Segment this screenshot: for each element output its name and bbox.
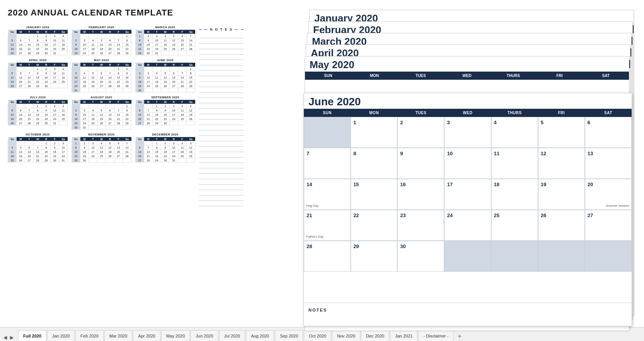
tab-dec-2020[interactable]: Dec 2020 [361,330,389,341]
june-day-6: 6 [585,117,632,148]
left-panel: 2020 ANNUAL CALENDAR TEMPLATE JANUARY 20… [0,0,263,327]
june-day-5: 5 [538,117,585,148]
june-day-12: 12 [538,148,585,179]
mini-cal-march2020: MARCH 2020SuMTWRFSa123456789101112131415… [135,26,195,55]
notes-section: — N O T E S — [199,27,244,206]
june-day-16: 16 [397,179,444,210]
june-day-29: 29 [351,241,397,272]
fathers-day-event: Father's Day [306,235,324,238]
june-day-27: 27 [585,210,632,241]
mini-cal-december2020: DECEMBER 2020SuMTWRFSa123456789101112131… [135,133,195,163]
tab---disclaimer--[interactable]: - Disclaimer - [418,330,453,341]
june-body: 1 2 3 4 5 6 7 8 9 10 11 12 13 14Flag Day [304,117,632,303]
mini-cal-october2020: OCTOBER 2020SuMTWRFSa1234567891011121314… [8,133,68,163]
tab-jul-2020[interactable]: Jul 2020 [219,330,245,341]
june-day-13: 13 [585,148,632,179]
tab-prev-arrow[interactable]: ◀ [2,334,9,341]
june-day-9: 9 [397,148,444,179]
june-day-21: 21Father's Day [304,210,351,241]
tab-apr-2020[interactable]: Apr 2020 [133,330,160,341]
tab-mar-2020[interactable]: Mar 2020 [104,330,132,341]
summer-solstice-event: Summer Solstice [606,204,629,207]
june-day-30: 30 [397,241,444,272]
june-day-11: 11 [491,148,538,179]
june-header: SUN MON TUES WED THURS FRI SAT [304,109,632,117]
tab-next-arrow[interactable]: ▶ [9,334,15,341]
flag-day-event: Flag Day [306,204,319,207]
mini-cal-september2020: SEPTEMBER 2020SuMTWRFSa12345678910111213… [135,96,195,130]
june-day-empty-3 [491,241,538,272]
tab-oct-2020[interactable]: Oct 2020 [304,330,331,341]
june-notes-label: NOTES [308,308,327,312]
tab-nov-2020[interactable]: Nov 2020 [332,330,360,341]
june-day-22: 22 [351,210,397,241]
mini-cal-may2020: MAY 2020SuMTWRFSa12345678910111213141516… [72,58,131,93]
june-day-empty-2 [444,241,491,272]
june-day-15: 15 [351,179,397,210]
tab-sep-2020[interactable]: Sep 2020 [275,330,303,341]
tab-jan-2021[interactable]: Jan 2021 [390,330,417,341]
june-day-24: 24 [444,210,491,241]
june-day-28: 28 [304,241,351,272]
june-day-10: 10 [444,148,491,179]
tab-jan-2020[interactable]: Jan 2020 [47,330,75,341]
june-day-25: 25 [491,210,538,241]
june-day-26: 26 [538,210,585,241]
june-day-14: 14Flag Day [304,179,351,210]
mini-cal-november2020: NOVEMBER 2020SuMTWRFSa123456789101112131… [72,133,131,163]
june-day-empty-5 [585,241,632,272]
tab-feb-2020[interactable]: Feb 2020 [75,330,103,341]
june-day-23: 23 [397,210,444,241]
june-day-2: 2 [397,117,444,148]
tab-full-2020[interactable]: Full 2020 [18,330,46,341]
june-day-7: 7 [304,148,351,179]
tab-jun-2020[interactable]: Jun 2020 [191,330,218,341]
annual-title: 2020 ANNUAL CALENDAR TEMPLATE [8,8,257,18]
june-day-empty-4 [538,241,585,272]
right-panel: January 2020 SUN MON TUES WED THURS FRI … [263,0,644,327]
main-area: 2020 ANNUAL CALENDAR TEMPLATE JANUARY 20… [0,0,644,327]
mini-cal-january2020: JANUARY 2020SuMTWRFSa1234567891011121314… [8,26,68,55]
june-day-17: 17 [444,179,491,210]
june-day-empty-1 [304,117,351,148]
tab-aug-2020[interactable]: Aug 2020 [246,330,274,341]
june-calendar: June 2020 SUN MON TUES WED THURS FRI SAT… [303,93,632,326]
mini-cal-february2020: FEBRUARY 2020SuMTWRFSa123456789101112131… [72,26,131,55]
june-title: June 2020 [308,96,627,108]
june-day-18: 18 [491,179,538,210]
tab-may-2020[interactable]: May 2020 [161,330,190,341]
june-day-1: 1 [351,117,397,148]
tab-nav-arrows: ◀ ▶ [2,334,15,341]
mini-cal-august2020: AUGUST 2020SuMTWRFSa12345678910111213141… [72,96,131,130]
mini-cal-june2020: JUNE 2020SuMTWRFSa1234567891011121314151… [135,58,195,93]
mini-cal-april2020: APRIL 2020SuMTWRFSa123456789101112131415… [8,58,68,93]
june-day-3: 3 [444,117,491,148]
stacked-calendars: January 2020 SUN MON TUES WED THURS FRI … [265,4,638,321]
june-day-4: 4 [491,117,538,148]
june-notes: NOTES [304,303,632,326]
june-day-8: 8 [351,148,397,179]
add-tab-button[interactable]: + [455,332,464,341]
june-day-20: 20Summer Solstice [585,179,632,210]
june-day-19: 19 [538,179,585,210]
mini-cal-july2020: JULY 2020SuMTWRFSa1234567891011121314151… [8,96,68,130]
